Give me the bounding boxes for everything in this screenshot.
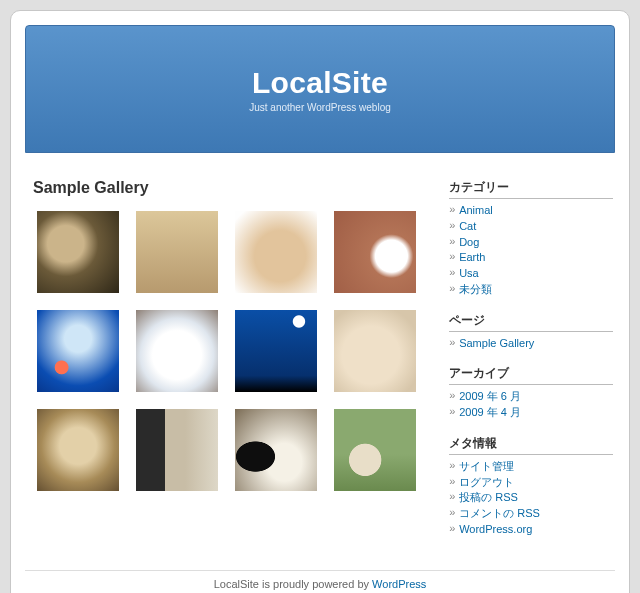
sidebar-column: カテゴリーAnimalCatDogEarthUsa未分類ページSample Ga…	[449, 179, 613, 552]
list-item: Animal	[449, 203, 613, 219]
thumb-fish[interactable]	[37, 310, 119, 392]
sidebar-link[interactable]: Cat	[459, 220, 476, 232]
widget-title-categories: カテゴリー	[449, 179, 613, 199]
widget-list-categories: AnimalCatDogEarthUsa未分類	[449, 203, 613, 298]
content-column: Sample Gallery	[27, 179, 439, 552]
sidebar-link[interactable]: 未分類	[459, 283, 492, 295]
list-item: 2009 年 4 月	[449, 405, 613, 421]
thumb-cat-closeup[interactable]	[37, 409, 119, 491]
thumb-rabbit[interactable]	[136, 211, 218, 293]
sidebar-link[interactable]: Earth	[459, 251, 485, 263]
list-item: Dog	[449, 235, 613, 251]
list-item: コメントの RSS	[449, 506, 613, 522]
sidebar-link[interactable]: Dog	[459, 236, 479, 248]
sidebar-link[interactable]: コメントの RSS	[459, 507, 540, 519]
widget-list-archives: 2009 年 6 月2009 年 4 月	[449, 389, 613, 421]
thumb-cat[interactable]	[37, 211, 119, 293]
sidebar-link[interactable]: Usa	[459, 267, 479, 279]
list-item: Cat	[449, 219, 613, 235]
thumb-sea[interactable]	[235, 310, 317, 392]
widget-categories: カテゴリーAnimalCatDogEarthUsa未分類	[449, 179, 613, 298]
site-tagline: Just another WordPress weblog	[249, 102, 391, 113]
sidebar-link[interactable]: 2009 年 6 月	[459, 390, 521, 402]
thumb-rabbit-white[interactable]	[235, 211, 317, 293]
site-footer: LocalSite is proudly powered by WordPres…	[25, 570, 615, 594]
footer-text: LocalSite is proudly powered by	[214, 578, 372, 590]
widget-pages: ページSample Gallery	[449, 312, 613, 352]
sidebar-link[interactable]: Animal	[459, 204, 493, 216]
widget-archives: アーカイブ2009 年 6 月2009 年 4 月	[449, 365, 613, 421]
site-header: LocalSite Just another WordPress weblog	[25, 25, 615, 153]
list-item: 2009 年 6 月	[449, 389, 613, 405]
list-item: 投稿の RSS	[449, 490, 613, 506]
widget-title-pages: ページ	[449, 312, 613, 332]
thumb-dog-sit[interactable]	[235, 409, 317, 491]
footer-link-wordpress[interactable]: WordPress	[372, 578, 426, 590]
post-title[interactable]: Sample Gallery	[33, 179, 439, 197]
list-item: Usa	[449, 266, 613, 282]
list-item: Earth	[449, 250, 613, 266]
sidebar-link[interactable]: 2009 年 4 月	[459, 406, 521, 418]
sidebar-link[interactable]: 投稿の RSS	[459, 491, 518, 503]
thumb-kitten[interactable]	[334, 211, 416, 293]
list-item: サイト管理	[449, 459, 613, 475]
list-item: 未分類	[449, 282, 613, 298]
widget-meta: メタ情報サイト管理ログアウト投稿の RSSコメントの RSSWordPress.…	[449, 435, 613, 538]
sidebar-link[interactable]: サイト管理	[459, 460, 514, 472]
thumb-polar-bear[interactable]	[136, 310, 218, 392]
thumb-dog-sniff[interactable]	[136, 409, 218, 491]
list-item: Sample Gallery	[449, 336, 613, 352]
list-item: WordPress.org	[449, 522, 613, 538]
sidebar-link[interactable]: WordPress.org	[459, 523, 532, 535]
widget-title-archives: アーカイブ	[449, 365, 613, 385]
widget-title-meta: メタ情報	[449, 435, 613, 455]
list-item: ログアウト	[449, 475, 613, 491]
page-container: LocalSite Just another WordPress weblog …	[10, 10, 630, 593]
gallery-grid	[37, 211, 439, 491]
thumb-rabbit-sleep[interactable]	[334, 310, 416, 392]
sidebar-link[interactable]: ログアウト	[459, 476, 514, 488]
widget-list-meta: サイト管理ログアウト投稿の RSSコメントの RSSWordPress.org	[449, 459, 613, 538]
widget-list-pages: Sample Gallery	[449, 336, 613, 352]
sidebar-link[interactable]: Sample Gallery	[459, 337, 534, 349]
thumb-puppies[interactable]	[334, 409, 416, 491]
footer-line-1: LocalSite is proudly powered by WordPres…	[25, 577, 615, 592]
main-body: Sample Gallery カテゴリーAnimalCatDogEarthUsa…	[25, 179, 615, 552]
site-title[interactable]: LocalSite	[252, 66, 388, 100]
